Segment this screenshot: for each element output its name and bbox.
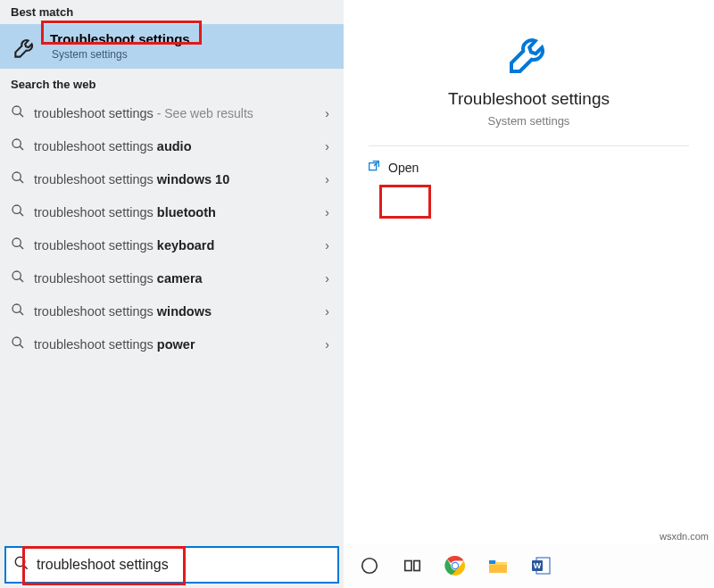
web-result-text: troubleshoot settings power	[34, 337, 195, 352]
svg-line-11	[20, 278, 23, 282]
open-button[interactable]: Open	[351, 146, 714, 189]
word-icon[interactable]: W	[528, 553, 553, 578]
search-input[interactable]	[37, 557, 330, 573]
web-result-item[interactable]: troubleshoot settings - See web results›	[0, 96, 344, 129]
svg-rect-21	[405, 561, 411, 571]
wrench-icon	[11, 33, 39, 62]
web-result-text: troubleshoot settings camera	[34, 271, 203, 286]
svg-point-2	[12, 139, 21, 147]
web-result-item[interactable]: troubleshoot settings power›	[0, 327, 344, 360]
search-icon	[11, 335, 25, 352]
web-result-text: troubleshoot settings keyboard	[34, 238, 214, 253]
svg-line-9	[20, 245, 23, 249]
search-icon	[11, 137, 25, 154]
svg-point-4	[12, 172, 21, 180]
svg-point-10	[12, 271, 21, 279]
search-icon	[11, 269, 25, 286]
chevron-right-icon[interactable]: ›	[325, 172, 333, 186]
svg-line-7	[20, 212, 23, 216]
svg-point-8	[12, 238, 21, 246]
web-result-text: troubleshoot settings windows 10	[34, 172, 229, 186]
svg-point-14	[12, 337, 21, 345]
chrome-icon[interactable]	[443, 553, 468, 578]
web-result-text: troubleshoot settings bluetooth	[34, 205, 216, 219]
svg-line-1	[20, 113, 23, 117]
chevron-right-icon[interactable]: ›	[325, 337, 333, 352]
search-icon	[11, 104, 25, 121]
svg-point-16	[15, 557, 25, 567]
web-result-item[interactable]: troubleshoot settings keyboard›	[0, 228, 344, 261]
search-web-header: Search the web	[0, 69, 344, 96]
web-results-list: troubleshoot settings - See web results›…	[0, 96, 344, 360]
svg-point-25	[452, 563, 458, 568]
chevron-right-icon[interactable]: ›	[325, 106, 333, 120]
svg-point-6	[12, 205, 21, 213]
search-bar[interactable]	[4, 546, 339, 584]
best-match-header: Best match	[0, 0, 344, 24]
wrench-icon	[502, 27, 556, 80]
svg-point-12	[12, 304, 21, 312]
search-results-panel: Best match Troubleshoot settings System …	[0, 0, 344, 588]
chevron-right-icon[interactable]: ›	[325, 304, 333, 319]
web-result-item[interactable]: troubleshoot settings audio›	[0, 129, 344, 162]
svg-line-13	[20, 311, 23, 315]
svg-rect-26	[489, 565, 507, 573]
best-match-text: Troubleshoot settings System settings	[50, 31, 190, 61]
web-result-item[interactable]: troubleshoot settings bluetooth›	[0, 195, 344, 228]
search-icon	[11, 302, 25, 319]
search-icon	[13, 555, 29, 575]
best-match-title: Troubleshoot settings	[50, 31, 190, 46]
search-icon	[11, 170, 25, 187]
svg-text:W: W	[534, 561, 542, 570]
svg-rect-22	[414, 561, 419, 571]
file-explorer-icon[interactable]	[486, 553, 511, 578]
open-label: Open	[388, 161, 419, 175]
svg-point-20	[362, 559, 378, 574]
svg-line-17	[23, 565, 28, 569]
svg-rect-27	[489, 560, 495, 564]
svg-line-3	[20, 146, 23, 150]
web-result-text: troubleshoot settings - See web results	[34, 106, 253, 120]
web-result-item[interactable]: troubleshoot settings camera›	[0, 261, 344, 294]
task-view-icon[interactable]	[400, 553, 425, 578]
preview-subtitle: System settings	[488, 114, 570, 128]
best-match-subtitle: System settings	[50, 48, 190, 61]
web-result-item[interactable]: troubleshoot settings windows 10›	[0, 162, 344, 195]
preview-panel: Troubleshoot settings System settings Op…	[344, 0, 714, 588]
search-icon	[11, 236, 25, 253]
chevron-right-icon[interactable]: ›	[325, 139, 333, 153]
preview-title: Troubleshoot settings	[448, 89, 610, 109]
search-icon	[11, 203, 25, 220]
web-result-text: troubleshoot settings windows	[34, 304, 212, 319]
chevron-right-icon[interactable]: ›	[325, 271, 333, 286]
web-result-item[interactable]: troubleshoot settings windows›	[0, 294, 344, 327]
svg-line-15	[20, 344, 23, 348]
chevron-right-icon[interactable]: ›	[325, 205, 333, 219]
web-result-text: troubleshoot settings audio	[34, 139, 192, 153]
open-external-icon	[367, 159, 381, 177]
svg-point-0	[12, 106, 21, 114]
cortana-icon[interactable]	[357, 553, 382, 578]
watermark: wsxdn.com	[660, 531, 709, 542]
svg-line-5	[20, 179, 23, 183]
taskbar: W	[344, 543, 714, 588]
chevron-right-icon[interactable]: ›	[325, 238, 333, 253]
best-match-item[interactable]: Troubleshoot settings System settings	[0, 24, 344, 69]
